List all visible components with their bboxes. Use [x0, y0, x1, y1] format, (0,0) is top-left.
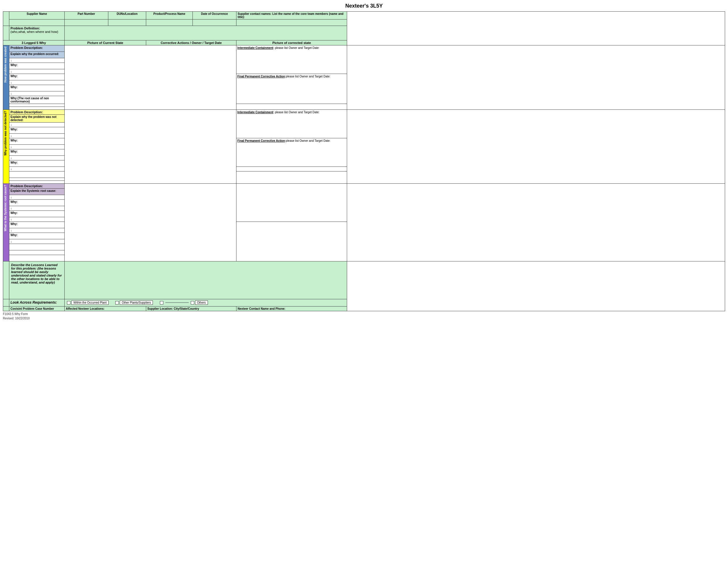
section2-why1: Why: — [9, 127, 64, 134]
checkbox-blank[interactable] — [160, 301, 163, 305]
section2-arrow4: ↓ — [10, 156, 12, 160]
section2-arrow3: ↓ — [10, 145, 12, 149]
product-input[interactable] — [147, 20, 191, 24]
section3-why3: Why: — [9, 222, 64, 228]
form-number: F1043 5 Why Form — [3, 312, 725, 316]
other-plants-checkbox-container: Other Plants/Suppliers — [115, 300, 153, 305]
section1-arrow1: ↓ — [10, 59, 12, 62]
nexteer-contact-label: Nexteer Contact Name and Phone: — [236, 306, 347, 311]
section2-rotated-label: Why problem was not detected? — [3, 110, 9, 157]
checkbox-within-plant[interactable] — [67, 301, 71, 305]
section2-why4: Why: — [9, 160, 64, 167]
affected-label: Affected Nexteer Locations: — [64, 306, 146, 311]
section3-arrow5: ↓ — [10, 240, 12, 243]
contact-header: Supplier contact names: List the name of… — [236, 11, 347, 20]
revised-date: Revised: 10/22/2010 — [3, 317, 725, 320]
section3-arrow3: ↓ — [10, 218, 12, 221]
form-footer: F1043 5 Why Form Revised: 10/22/2010 — [3, 312, 725, 320]
section2-why3: Why: — [9, 149, 64, 156]
others-label: Others — [195, 300, 208, 305]
duns-header: DUNs/Location — [108, 11, 146, 20]
final-label-s1: Final Permanent Corrective Action — [237, 75, 285, 78]
section1-explain-label: Explain why the problem occurred: — [9, 52, 64, 58]
others-checkbox-container: Others — [160, 300, 208, 305]
section1-arrow3: ↓ — [10, 81, 12, 84]
section3-explain-label: Explain the Systemic root cause: — [9, 189, 64, 195]
section3-problem-desc: Problem Description: — [9, 184, 64, 189]
section1-arrow2: ↓ — [10, 70, 12, 73]
section1-why2: Why: — [9, 74, 64, 80]
intermediate-sub-s2: : please list Owner and Target Date: — [273, 111, 319, 114]
section2-arrow1: ↓ — [10, 123, 12, 126]
section3-why2: Why: — [9, 211, 64, 217]
section3-arrow2: ↓ — [10, 207, 12, 210]
section2-arrow5: ↓ — [10, 167, 12, 171]
checkbox-others[interactable] — [191, 301, 194, 305]
checkbox-other-plants[interactable] — [115, 301, 119, 305]
section2-why5-blank — [9, 172, 64, 178]
look-across-label: Look Across Requirements: — [9, 299, 64, 307]
final-label-s2: Final Permanent Corrective Action — [237, 139, 285, 142]
final-sub-s1: :please list Owner and Target Date: — [285, 75, 331, 78]
supplier-name-header: Supplier Name — [9, 11, 64, 20]
intermediate-label-s1: Intermediate Containment — [237, 46, 273, 50]
section1-why1: Why: — [9, 63, 64, 69]
part-number-header: Part Number — [64, 11, 108, 20]
product-header: Product/Process Name — [146, 11, 193, 20]
section1-arrow4: ↓ — [10, 92, 12, 95]
picture-corrected-header: Picture of corrected state — [236, 41, 347, 46]
picture-current-header: Picture of Current State — [64, 41, 146, 46]
section3-arrow1: ↓ — [10, 195, 12, 199]
section3-why4: Why: — [9, 233, 64, 239]
section3-rotated-label: What is the Systemic root cause? — [3, 184, 9, 233]
date-header: Date of Occurrence — [193, 11, 236, 20]
contact-input[interactable] — [238, 20, 346, 24]
section2-arrow2: ↓ — [10, 134, 12, 137]
covisint-label: Covisint Problem Case Number — [9, 306, 64, 311]
corrective-actions-header: Corrective Actions / Owner / Target Date — [146, 41, 236, 46]
lessons-learned-label: Describe the Lessons Learned for this pr… — [11, 263, 62, 284]
problem-def-label: Problem Definition: — [10, 26, 63, 30]
section1-problem-desc: Problem Description: — [9, 46, 64, 52]
section3-why1: Why: — [9, 200, 64, 206]
intermediate-label-s2: Intermediate Containment — [237, 111, 273, 114]
section2-why2: Why: — [9, 138, 64, 145]
section1-root-cause: Why:(The root cause of non conformance) — [9, 96, 64, 104]
section2-problem-desc: Problem Description: — [9, 110, 64, 115]
problem-def-sub: (who,what, when where and how) — [10, 30, 63, 33]
final-sub-s2: :please list Owner and Target Date: — [285, 139, 331, 142]
look-across-checkbox-container: Within the Occurred Plant — [67, 300, 109, 305]
section2-explain-label: Explain why the problem was not detected… — [9, 115, 64, 123]
duns-input[interactable] — [109, 20, 145, 24]
part-number-input[interactable] — [66, 20, 107, 24]
section1-why3: Why: — [9, 85, 64, 91]
date-input[interactable] — [194, 20, 235, 24]
other-plants-label: Other Plants/Suppliers — [120, 300, 153, 305]
section1-rotated-label: How problem was created — [3, 46, 9, 83]
supplier-location-label: Supplier Location: City/State/Country — [146, 306, 236, 311]
section3-arrow4: ↓ — [10, 229, 12, 232]
within-plant-label: Within the Occurred Plant — [71, 300, 109, 305]
page-title: Nexteer's 3L5Y — [3, 3, 725, 9]
supplier-name-input[interactable] — [10, 20, 63, 24]
three-legged-header: 3 Legged 5 Why — [3, 41, 64, 46]
problem-def-input[interactable] — [66, 26, 346, 40]
intermediate-sub-s1: : please list Owner and Target Date: — [273, 46, 319, 50]
